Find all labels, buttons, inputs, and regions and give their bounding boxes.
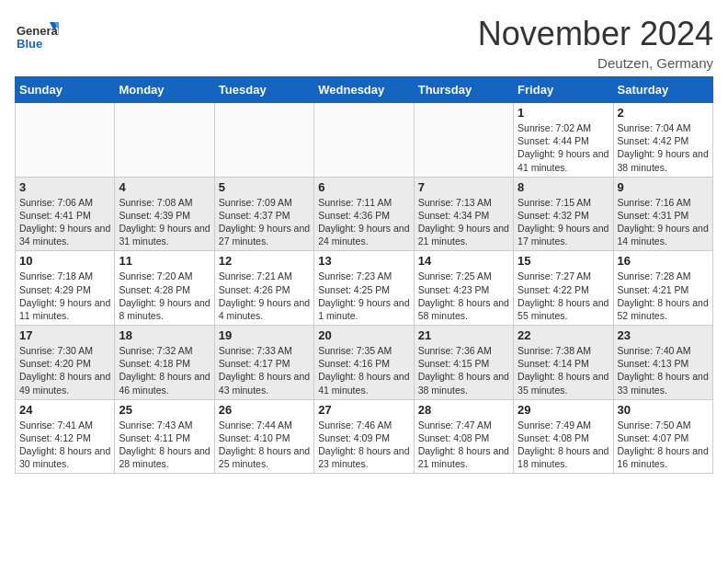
calendar-week-row: 24Sunrise: 7:41 AMSunset: 4:12 PMDayligh…: [16, 399, 713, 474]
day-number: 9: [618, 180, 709, 194]
table-row: 6Sunrise: 7:11 AMSunset: 4:36 PMDaylight…: [314, 177, 414, 251]
day-info: Sunrise: 7:47 AMSunset: 4:08 PMDaylight:…: [418, 419, 509, 471]
header: General Blue November 2024 Deutzen, Germ…: [15, 15, 713, 71]
table-row: [16, 103, 115, 178]
day-info: Sunrise: 7:27 AMSunset: 4:22 PMDaylight:…: [518, 270, 609, 322]
table-row: [314, 103, 414, 178]
table-row: 27Sunrise: 7:46 AMSunset: 4:09 PMDayligh…: [314, 399, 414, 474]
day-info: Sunrise: 7:49 AMSunset: 4:08 PMDaylight:…: [518, 419, 609, 471]
day-info: Sunrise: 7:28 AMSunset: 4:21 PMDaylight:…: [618, 270, 709, 322]
table-row: 12Sunrise: 7:21 AMSunset: 4:26 PMDayligh…: [214, 251, 313, 326]
table-row: 22Sunrise: 7:38 AMSunset: 4:14 PMDayligh…: [514, 326, 613, 400]
table-row: 25Sunrise: 7:43 AMSunset: 4:11 PMDayligh…: [115, 399, 214, 474]
day-number: 18: [119, 328, 210, 342]
col-thursday: Thursday: [414, 77, 513, 103]
day-number: 4: [119, 180, 210, 194]
table-row: 10Sunrise: 7:18 AMSunset: 4:29 PMDayligh…: [16, 251, 115, 326]
day-number: 24: [19, 403, 110, 417]
day-number: 25: [119, 403, 210, 417]
day-info: Sunrise: 7:23 AMSunset: 4:25 PMDaylight:…: [318, 270, 409, 322]
day-info: Sunrise: 7:25 AMSunset: 4:23 PMDaylight:…: [418, 270, 509, 322]
day-number: 20: [318, 328, 409, 342]
day-number: 5: [219, 180, 310, 194]
day-info: Sunrise: 7:50 AMSunset: 4:07 PMDaylight:…: [618, 419, 709, 471]
table-row: 30Sunrise: 7:50 AMSunset: 4:07 PMDayligh…: [613, 399, 712, 474]
day-number: 17: [19, 328, 110, 342]
day-number: 10: [19, 254, 110, 268]
calendar-table: Sunday Monday Tuesday Wednesday Thursday…: [15, 76, 713, 474]
table-row: 21Sunrise: 7:36 AMSunset: 4:15 PMDayligh…: [414, 326, 513, 400]
day-info: Sunrise: 7:46 AMSunset: 4:09 PMDaylight:…: [318, 419, 409, 471]
day-number: 15: [518, 254, 609, 268]
logo-icon: General Blue: [15, 15, 59, 59]
day-number: 1: [518, 106, 609, 120]
day-number: 12: [219, 254, 310, 268]
day-number: 22: [518, 328, 609, 342]
col-tuesday: Tuesday: [214, 77, 313, 103]
day-info: Sunrise: 7:20 AMSunset: 4:28 PMDaylight:…: [119, 270, 210, 322]
day-number: 13: [318, 254, 409, 268]
day-number: 27: [318, 403, 409, 417]
table-row: [115, 103, 214, 178]
day-info: Sunrise: 7:43 AMSunset: 4:11 PMDaylight:…: [119, 419, 210, 471]
day-number: 3: [19, 180, 110, 194]
table-row: 18Sunrise: 7:32 AMSunset: 4:18 PMDayligh…: [115, 326, 214, 400]
day-info: Sunrise: 7:09 AMSunset: 4:37 PMDaylight:…: [219, 196, 310, 248]
svg-text:Blue: Blue: [17, 37, 42, 51]
day-number: 16: [618, 254, 709, 268]
table-row: 7Sunrise: 7:13 AMSunset: 4:34 PMDaylight…: [414, 177, 513, 251]
table-row: 29Sunrise: 7:49 AMSunset: 4:08 PMDayligh…: [514, 399, 613, 474]
day-info: Sunrise: 7:11 AMSunset: 4:36 PMDaylight:…: [318, 196, 409, 248]
table-row: 13Sunrise: 7:23 AMSunset: 4:25 PMDayligh…: [314, 251, 414, 326]
day-number: 11: [119, 254, 210, 268]
page-container: General Blue November 2024 Deutzen, Germ…: [0, 0, 728, 483]
table-row: 16Sunrise: 7:28 AMSunset: 4:21 PMDayligh…: [613, 251, 712, 326]
table-row: 1Sunrise: 7:02 AMSunset: 4:44 PMDaylight…: [514, 103, 613, 178]
table-row: 9Sunrise: 7:16 AMSunset: 4:31 PMDaylight…: [613, 177, 712, 251]
table-row: 17Sunrise: 7:30 AMSunset: 4:20 PMDayligh…: [16, 326, 115, 400]
table-row: 3Sunrise: 7:06 AMSunset: 4:41 PMDaylight…: [16, 177, 115, 251]
day-info: Sunrise: 7:38 AMSunset: 4:14 PMDaylight:…: [518, 344, 609, 396]
day-info: Sunrise: 7:36 AMSunset: 4:15 PMDaylight:…: [418, 344, 509, 396]
table-row: 24Sunrise: 7:41 AMSunset: 4:12 PMDayligh…: [16, 399, 115, 474]
col-saturday: Saturday: [613, 77, 712, 103]
col-wednesday: Wednesday: [314, 77, 414, 103]
table-row: 2Sunrise: 7:04 AMSunset: 4:42 PMDaylight…: [613, 103, 712, 178]
month-title: November 2024: [478, 15, 713, 53]
col-monday: Monday: [115, 77, 214, 103]
day-info: Sunrise: 7:06 AMSunset: 4:41 PMDaylight:…: [19, 196, 110, 248]
title-block: November 2024 Deutzen, Germany: [478, 15, 713, 71]
logo: General Blue: [15, 15, 59, 63]
day-info: Sunrise: 7:13 AMSunset: 4:34 PMDaylight:…: [418, 196, 509, 248]
col-sunday: Sunday: [16, 77, 115, 103]
day-number: 2: [618, 106, 709, 120]
calendar-week-row: 3Sunrise: 7:06 AMSunset: 4:41 PMDaylight…: [16, 177, 713, 251]
table-row: [214, 103, 313, 178]
calendar-week-row: 10Sunrise: 7:18 AMSunset: 4:29 PMDayligh…: [16, 251, 713, 326]
day-number: 19: [219, 328, 310, 342]
table-row: 11Sunrise: 7:20 AMSunset: 4:28 PMDayligh…: [115, 251, 214, 326]
day-info: Sunrise: 7:02 AMSunset: 4:44 PMDaylight:…: [518, 121, 609, 174]
day-number: 29: [518, 403, 609, 417]
day-number: 7: [418, 180, 509, 194]
day-info: Sunrise: 7:41 AMSunset: 4:12 PMDaylight:…: [19, 419, 110, 471]
location: Deutzen, Germany: [478, 55, 713, 71]
table-row: 26Sunrise: 7:44 AMSunset: 4:10 PMDayligh…: [214, 399, 313, 474]
table-row: 23Sunrise: 7:40 AMSunset: 4:13 PMDayligh…: [613, 326, 712, 400]
day-info: Sunrise: 7:32 AMSunset: 4:18 PMDaylight:…: [119, 344, 210, 396]
day-info: Sunrise: 7:35 AMSunset: 4:16 PMDaylight:…: [318, 344, 409, 396]
table-row: 20Sunrise: 7:35 AMSunset: 4:16 PMDayligh…: [314, 326, 414, 400]
header-row: Sunday Monday Tuesday Wednesday Thursday…: [16, 77, 713, 103]
day-number: 8: [518, 180, 609, 194]
day-info: Sunrise: 7:40 AMSunset: 4:13 PMDaylight:…: [618, 344, 709, 396]
day-info: Sunrise: 7:21 AMSunset: 4:26 PMDaylight:…: [219, 270, 310, 322]
day-info: Sunrise: 7:04 AMSunset: 4:42 PMDaylight:…: [618, 121, 709, 174]
table-row: 4Sunrise: 7:08 AMSunset: 4:39 PMDaylight…: [115, 177, 214, 251]
day-info: Sunrise: 7:08 AMSunset: 4:39 PMDaylight:…: [119, 196, 210, 248]
day-number: 23: [618, 328, 709, 342]
day-number: 6: [318, 180, 409, 194]
table-row: 28Sunrise: 7:47 AMSunset: 4:08 PMDayligh…: [414, 399, 513, 474]
day-number: 14: [418, 254, 509, 268]
day-number: 21: [418, 328, 509, 342]
day-info: Sunrise: 7:16 AMSunset: 4:31 PMDaylight:…: [618, 196, 709, 248]
